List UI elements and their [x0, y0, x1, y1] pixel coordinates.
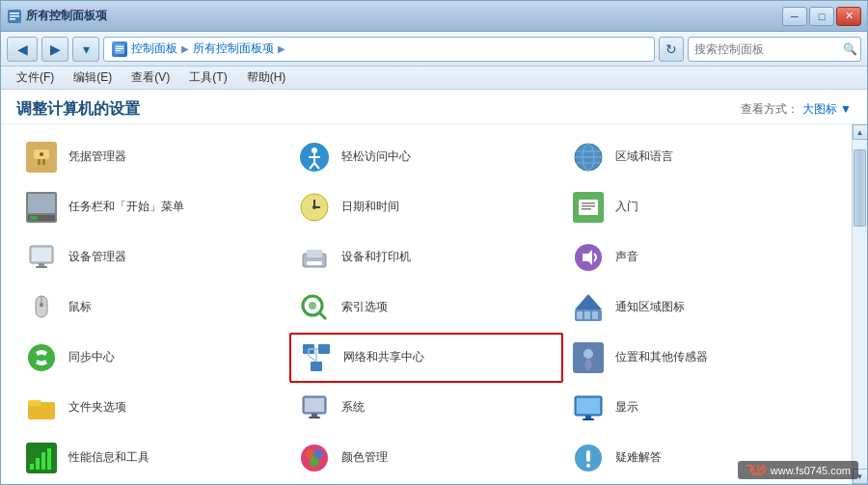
svg-rect-76 [583, 418, 594, 420]
device-icon [24, 240, 59, 275]
scrollbar[interactable]: ▲ ▼ [852, 124, 867, 484]
minimize-button[interactable]: ─ [782, 7, 807, 26]
watermark-url: www.fs0745.com [771, 465, 851, 476]
svg-rect-72 [309, 417, 320, 418]
sync-label: 同步中心 [68, 350, 115, 365]
control-item-datetime[interactable]: 日期和时间 [289, 182, 562, 232]
scroll-up-button[interactable]: ▲ [853, 124, 868, 140]
control-item-accessibility[interactable]: 轻松访问中心 [289, 132, 562, 182]
control-item-taskbar[interactable]: 任务栏和「开始」菜单 [16, 182, 289, 232]
control-item-folder[interactable]: 文件夹选项 [16, 383, 289, 433]
svg-rect-60 [311, 362, 322, 371]
trouble-icon [571, 441, 606, 475]
control-item-sound[interactable]: 声音 [563, 232, 836, 283]
items-grid: 凭据管理器轻松访问中心区域和语言任务栏和「开始」菜单日期和时间入门设备管理器设备… [1, 124, 852, 484]
region-label: 区域和语言 [615, 149, 673, 165]
control-item-index[interactable]: 索引选项 [289, 283, 562, 333]
accessibility-icon [297, 140, 332, 175]
content-area: 调整计算机的设置 查看方式： 大图标 ▼ 凭据管理器轻松访问中心区域和语言任务栏… [1, 90, 867, 484]
display-label: 显示 [615, 400, 638, 416]
svg-rect-59 [318, 344, 330, 354]
menu-view[interactable]: 查看(V) [123, 67, 177, 88]
control-item-device[interactable]: 设备管理器 [16, 232, 289, 283]
sound-label: 声音 [615, 250, 638, 265]
control-item-system[interactable]: 系统 [289, 383, 562, 433]
control-item-region[interactable]: 区域和语言 [563, 132, 836, 182]
dropdown-button[interactable]: ▾ [72, 37, 99, 62]
control-item-color[interactable]: 颜色管理 [289, 433, 562, 483]
devprint-icon [297, 240, 332, 275]
index-label: 索引选项 [341, 300, 388, 315]
index-icon [297, 290, 332, 325]
search-bar[interactable]: 🔍 [688, 37, 861, 62]
color-icon [297, 441, 332, 475]
maximize-button[interactable]: □ [809, 7, 834, 26]
breadcrumb-item-1[interactable]: 控制面板 [131, 40, 177, 57]
refresh-icon: ↻ [665, 41, 677, 57]
control-item-devprint[interactable]: 设备和打印机 [289, 232, 562, 283]
menu-tools[interactable]: 工具(T) [181, 67, 234, 88]
svg-rect-25 [28, 194, 55, 213]
content-header: 调整计算机的设置 查看方式： 大图标 ▼ [1, 90, 867, 124]
svg-rect-5 [116, 46, 123, 47]
breadcrumb-icon [112, 41, 127, 57]
search-input[interactable] [694, 42, 839, 56]
window-controls: ─ □ ✕ [782, 7, 861, 26]
accessibility-label: 轻松访问中心 [341, 149, 411, 165]
refresh-button[interactable]: ↻ [659, 37, 684, 62]
sync-icon [24, 340, 59, 375]
svg-point-57 [28, 344, 55, 371]
view-mode: 查看方式： 大图标 ▼ [741, 101, 852, 118]
forward-button[interactable]: ▶ [41, 37, 68, 62]
window-title: 所有控制面板项 [26, 8, 782, 24]
control-item-getstarted[interactable]: 入门 [563, 182, 836, 232]
svg-rect-79 [36, 458, 40, 470]
svg-rect-3 [10, 18, 15, 20]
menu-help[interactable]: 帮助(H) [239, 67, 294, 88]
svg-rect-40 [36, 266, 47, 268]
perf-label: 性能信息和工具 [68, 450, 149, 466]
back-button[interactable]: ◀ [7, 37, 38, 62]
location-label: 位置和其他传感器 [615, 350, 708, 365]
svg-rect-80 [41, 452, 45, 470]
control-item-sync[interactable]: 同步中心 [16, 333, 289, 383]
breadcrumb-item-2[interactable]: 所有控制面板项 [193, 40, 274, 57]
close-button[interactable]: ✕ [836, 7, 861, 26]
svg-rect-70 [305, 398, 324, 412]
scroll-thumb[interactable] [854, 149, 866, 227]
svg-rect-43 [307, 261, 322, 265]
mouse-icon [24, 290, 59, 325]
view-mode-value[interactable]: 大图标 ▼ [802, 101, 852, 118]
control-item-location[interactable]: 位置和其他传感器 [563, 333, 836, 383]
address-bar: ◀ ▶ ▾ 控制面板 ▶ 所有控制面板项 ▶ ↻ [1, 32, 867, 67]
system-label: 系统 [341, 400, 365, 416]
control-item-network[interactable]: 网络和共享中心 [289, 333, 562, 383]
svg-rect-42 [307, 250, 322, 257]
mouse-label: 鼠标 [68, 300, 92, 315]
control-item-credential[interactable]: 凭据管理器 [16, 132, 289, 182]
control-item-perf[interactable]: 性能信息和工具 [16, 433, 289, 483]
svg-point-88 [586, 464, 590, 468]
breadcrumb: 控制面板 ▶ 所有控制面板项 ▶ [103, 37, 655, 62]
control-item-display[interactable]: 显示 [563, 383, 836, 433]
svg-rect-75 [585, 416, 591, 418]
control-panel-content: 凭据管理器轻松访问中心区域和语言任务栏和「开始」菜单日期和时间入门设备管理器设备… [1, 124, 867, 484]
region-icon [571, 140, 606, 175]
title-bar: 所有控制面板项 ─ □ ✕ [1, 1, 867, 32]
menu-edit[interactable]: 编辑(E) [66, 67, 120, 88]
menu-bar: 文件(F) 编辑(E) 查看(V) 工具(T) 帮助(H) [1, 67, 867, 90]
control-item-mouse[interactable]: 鼠标 [16, 283, 289, 333]
svg-rect-34 [582, 202, 595, 204]
watermark: 飞沙 www.fs0745.com [738, 461, 858, 479]
devprint-label: 设备和打印机 [341, 250, 411, 265]
svg-rect-10 [38, 159, 41, 165]
menu-file[interactable]: 文件(F) [9, 67, 62, 88]
svg-rect-6 [116, 48, 123, 49]
svg-rect-38 [32, 248, 51, 261]
dropdown-icon: ▾ [83, 41, 90, 57]
control-item-notify[interactable]: 通知区域图标 [563, 283, 836, 333]
svg-rect-68 [28, 400, 41, 406]
location-icon [571, 340, 606, 375]
svg-rect-35 [582, 205, 595, 207]
view-mode-label: 查看方式： [741, 101, 799, 118]
